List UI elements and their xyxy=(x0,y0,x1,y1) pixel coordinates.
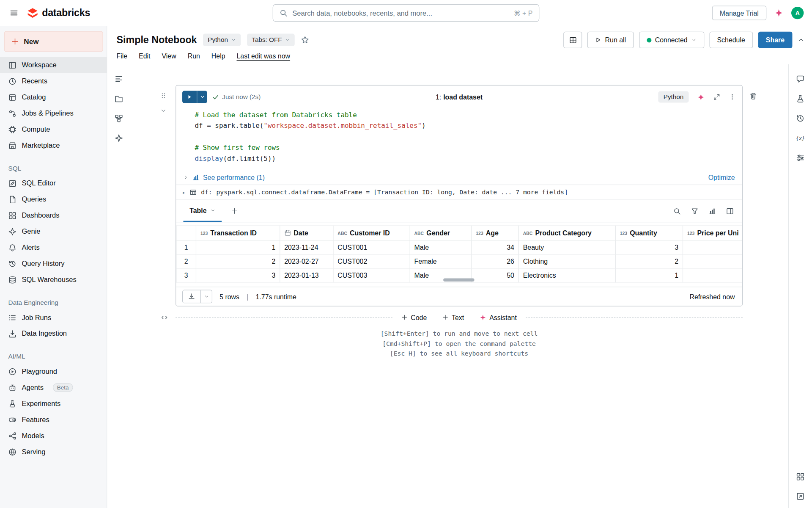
column-header-date[interactable]: Date xyxy=(280,226,333,240)
optimize-link[interactable]: Optimize xyxy=(708,174,735,181)
sidebar-item-jobs-pipelines[interactable]: Jobs & Pipelines xyxy=(0,105,107,121)
sidebar-item-serving[interactable]: Serving xyxy=(0,444,107,460)
search-icon xyxy=(280,9,288,17)
tabs-mode-selector[interactable]: Tabs: OFF xyxy=(247,34,295,46)
layout-view-button[interactable] xyxy=(564,32,582,48)
sidebar-item-job-runs[interactable]: Job Runs xyxy=(0,309,107,326)
search-placeholder: Search data, notebooks, recents, and mor… xyxy=(292,9,509,17)
layout-columns-icon[interactable] xyxy=(726,207,734,215)
favorite-star-icon[interactable] xyxy=(301,36,310,44)
sidebar-item-features[interactable]: Features xyxy=(0,411,107,428)
sidebar-toggle-button[interactable] xyxy=(8,7,20,19)
column-header-quantity[interactable]: 123Quantity xyxy=(615,226,683,240)
chevron-right-icon[interactable] xyxy=(183,175,188,180)
run-cell-button[interactable] xyxy=(182,91,197,103)
menu-file[interactable]: File xyxy=(117,52,128,60)
delete-cell-icon[interactable] xyxy=(749,92,757,100)
chart-columns-icon[interactable] xyxy=(708,207,716,215)
add-assistant-cell-button[interactable]: Assistant xyxy=(480,313,517,321)
sidebar-item-sql-editor[interactable]: SQL Editor xyxy=(0,175,107,191)
table-row[interactable]: 2 2 2023-02-27 CUST002 Female 26 Clothin… xyxy=(176,254,743,268)
sidebar-item-recents[interactable]: Recents xyxy=(0,73,107,89)
download-button[interactable] xyxy=(183,290,200,303)
collapse-header-icon[interactable] xyxy=(798,36,805,44)
sidebar-item-catalog[interactable]: Catalog xyxy=(0,89,107,105)
sidebar-item-alerts[interactable]: Alerts xyxy=(0,240,107,256)
drag-handle-icon[interactable] xyxy=(160,92,167,99)
table-row[interactable]: 1 1 2023-11-24 CUST001 Male 34 Beauty 3 xyxy=(176,240,743,254)
menu-help[interactable]: Help xyxy=(211,52,225,60)
sidebar-item-queries[interactable]: Queries xyxy=(0,191,107,207)
table-of-contents-icon[interactable] xyxy=(115,75,123,83)
column-header-product-category[interactable]: ABCProduct Category xyxy=(518,226,615,240)
sidebar-item-workspace[interactable]: Workspace xyxy=(0,57,107,73)
cell-language-badge[interactable]: Python xyxy=(658,91,689,103)
number-type-icon: 123 xyxy=(620,230,627,235)
sidebar-item-playground[interactable]: Playground xyxy=(0,363,107,379)
cell-title[interactable]: 1:load dataset xyxy=(436,93,483,101)
menu-edit[interactable]: Edit xyxy=(139,52,150,60)
code-angle-icon[interactable] xyxy=(161,314,168,320)
cell-menu-kebab-icon[interactable] xyxy=(729,93,736,100)
column-header-age[interactable]: 123Age xyxy=(472,226,518,240)
run-cell-split-button[interactable] xyxy=(182,91,207,103)
sidebar-item-experiments[interactable]: Experiments xyxy=(0,395,107,411)
collapse-cell-icon[interactable] xyxy=(160,107,167,114)
column-header-customer-id[interactable]: ABCCustomer ID xyxy=(333,226,410,240)
menu-run[interactable]: Run xyxy=(188,52,200,60)
variable-explorer-icon[interactable]: {x} xyxy=(796,134,805,143)
add-text-cell-button[interactable]: Text xyxy=(442,313,464,321)
workspace-folder-icon[interactable] xyxy=(115,94,123,103)
last-edit-status[interactable]: Last edit was now xyxy=(236,52,290,60)
row-number-header xyxy=(176,226,196,240)
comments-icon[interactable] xyxy=(796,75,805,83)
sidebar-item-genie[interactable]: Genie xyxy=(0,224,107,240)
schedule-button[interactable]: Schedule xyxy=(709,32,753,48)
download-options-button[interactable] xyxy=(200,290,212,303)
databricks-logo[interactable]: databricks xyxy=(27,7,90,19)
fullscreen-icon[interactable] xyxy=(713,93,720,100)
sidebar-item-models[interactable]: Models xyxy=(0,428,107,444)
cell-assistant-icon[interactable] xyxy=(697,93,705,101)
table-cell: CUST001 xyxy=(333,240,410,254)
notebook-language-selector[interactable]: Python xyxy=(203,34,241,46)
sidebar-item-marketplace[interactable]: Marketplace xyxy=(0,137,107,153)
assistant-sparkle-icon[interactable] xyxy=(774,8,784,18)
run-cell-options-button[interactable] xyxy=(197,91,207,103)
column-header-price-per-unit[interactable]: 123Price per Unit xyxy=(683,226,742,240)
new-button[interactable]: New xyxy=(4,31,103,52)
apps-grid-icon[interactable] xyxy=(796,472,805,481)
manage-trial-button[interactable]: Manage Trial xyxy=(712,6,766,20)
user-avatar[interactable]: A xyxy=(791,7,804,19)
sidebar-item-compute[interactable]: Compute xyxy=(0,121,107,138)
add-code-cell-button[interactable]: Code xyxy=(401,313,427,321)
see-performance-link[interactable]: See performance (1) xyxy=(203,174,265,181)
expand-triangle-icon[interactable]: ▸ xyxy=(182,190,185,195)
column-header-transaction-id[interactable]: 123Transaction ID xyxy=(196,226,280,240)
sidebar-item-dashboards[interactable]: Dashboards xyxy=(0,207,107,224)
sidebar-item-agents[interactable]: AgentsBeta xyxy=(0,379,107,395)
search-results-icon[interactable] xyxy=(673,207,681,215)
sidebar-item-query-history[interactable]: Query History xyxy=(0,256,107,272)
mlflow-experiments-icon[interactable] xyxy=(796,94,805,103)
filter-icon[interactable] xyxy=(691,207,698,215)
sidebar-item-data-ingestion[interactable]: Data Ingestion xyxy=(0,326,107,342)
dataframe-summary-row[interactable]: ▸ df: pyspark.sql.connect.dataframe.Data… xyxy=(176,185,742,200)
column-header-gender[interactable]: ABCGender xyxy=(410,226,472,240)
assistant-panel-icon[interactable] xyxy=(115,134,123,143)
schema-browser-icon[interactable] xyxy=(115,114,123,123)
download-split-button[interactable] xyxy=(182,290,212,303)
horizontal-scrollbar[interactable] xyxy=(443,279,474,282)
version-history-icon[interactable] xyxy=(796,114,805,123)
expand-panel-icon[interactable] xyxy=(796,492,805,501)
add-visualization-icon[interactable] xyxy=(231,207,238,215)
run-all-button[interactable]: Run all xyxy=(587,32,634,48)
global-search-input[interactable]: Search data, notebooks, recents, and mor… xyxy=(273,4,540,22)
cell-code-editor[interactable]: # Load the dataset from Databricks table… xyxy=(176,108,742,170)
cluster-connection-dropdown[interactable]: Connected xyxy=(639,32,704,48)
share-button[interactable]: Share xyxy=(758,32,792,48)
menu-view[interactable]: View xyxy=(162,52,176,60)
sidebar-item-sql-warehouses[interactable]: SQL Warehouses xyxy=(0,272,107,288)
table-tab[interactable]: Table xyxy=(183,200,222,222)
environment-panel-icon[interactable] xyxy=(796,153,805,162)
